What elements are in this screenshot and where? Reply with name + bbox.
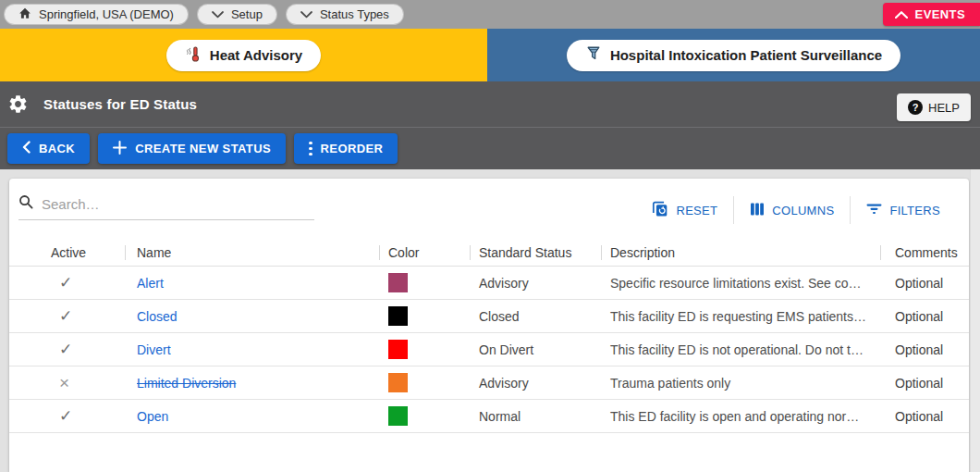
search-field[interactable]	[18, 194, 314, 220]
surveillance-label: Hospital Intoxication Patient Surveillan…	[610, 47, 882, 63]
reset-button-label: RESET	[676, 204, 717, 217]
status-name-link[interactable]: Open	[137, 409, 168, 424]
filters-button[interactable]: FILTERS	[851, 203, 956, 217]
column-header-description[interactable]: Description	[601, 239, 880, 266]
help-button[interactable]: ? HELP	[897, 93, 971, 121]
breadcrumb-region-label: Springfield, USA (DEMO)	[39, 7, 174, 21]
status-name-link[interactable]: Limited Diversion	[137, 376, 236, 391]
breadcrumb-setup-label: Setup	[231, 7, 263, 21]
reorder-button-label: REORDER	[321, 142, 384, 155]
status-name-link[interactable]: Closed	[137, 309, 178, 324]
description-value: This facility ED is requesting EMS patie…	[601, 309, 880, 324]
comments-value: Optional	[880, 342, 969, 357]
breadcrumb-status-types-label: Status Types	[320, 7, 389, 21]
surveillance-button[interactable]: Hospital Intoxication Patient Surveillan…	[567, 40, 900, 71]
column-header-color[interactable]: Color	[379, 239, 470, 266]
heat-advisory-label: Heat Advisory	[210, 47, 302, 63]
alert-banners: Heat Advisory Hospital Intoxication Pati…	[0, 29, 980, 81]
page-title: Statuses for ED Status	[43, 96, 197, 112]
events-button[interactable]: EVENTS	[883, 3, 980, 26]
chevron-down-icon	[300, 7, 312, 21]
search-input[interactable]	[42, 196, 314, 212]
columns-icon	[750, 203, 765, 218]
standard-status-value: Advisory	[470, 376, 601, 391]
description-value: This ED facility is open and operating n…	[601, 409, 880, 424]
help-icon: ?	[908, 100, 923, 115]
comments-value: Optional	[880, 409, 969, 424]
surveillance-banner: Hospital Intoxication Patient Surveillan…	[487, 29, 980, 81]
chevron-up-icon	[895, 7, 908, 21]
description-value: Trauma patients only	[601, 376, 880, 391]
grid-controls-row: RESET COLUMNS FILTERS	[9, 179, 969, 239]
table-row: × Limited Diversion Advisory Trauma pati…	[9, 366, 969, 400]
heat-advisory-button[interactable]: Heat Advisory	[166, 40, 321, 71]
vertical-scrollbar[interactable]	[970, 169, 980, 472]
color-swatch	[388, 373, 408, 392]
columns-button-label: COLUMNS	[772, 204, 834, 217]
events-button-label: EVENTS	[915, 7, 965, 21]
column-header-standard-status[interactable]: Standard Status	[470, 239, 601, 266]
color-swatch	[388, 340, 408, 359]
status-name-link[interactable]: Alert	[137, 276, 164, 291]
action-toolbar: BACK CREATE NEW STATUS REORDER	[0, 127, 980, 169]
color-swatch	[388, 306, 408, 326]
active-indicator: ✓	[9, 273, 125, 292]
plus-icon	[113, 141, 127, 157]
comments-value: Optional	[880, 376, 969, 391]
table-row: ✓ Divert On Divert This facility ED is n…	[9, 333, 969, 366]
reset-icon	[652, 201, 668, 220]
gear-icon	[7, 93, 29, 115]
filters-button-label: FILTERS	[889, 204, 940, 217]
comments-value: Optional	[880, 276, 969, 291]
home-icon	[18, 7, 31, 22]
breadcrumb-region[interactable]: Springfield, USA (DEMO)	[4, 4, 189, 25]
standard-status-value: Closed	[470, 309, 601, 324]
help-button-label: HELP	[928, 101, 960, 115]
inactive-indicator: ×	[9, 374, 125, 391]
top-navigation-bar: Springfield, USA (DEMO) Setup Status Typ…	[0, 0, 980, 29]
section-header: Statuses for ED Status ? HELP	[0, 81, 980, 127]
table-header-row: Active Name Color Standard Status Descri…	[9, 239, 969, 267]
active-indicator: ✓	[9, 406, 125, 426]
filter-icon	[866, 203, 882, 217]
heat-advisory-banner: Heat Advisory	[0, 29, 487, 81]
comments-value: Optional	[880, 309, 969, 324]
chevron-left-icon	[22, 141, 31, 156]
standard-status-value: Normal	[470, 409, 601, 424]
active-indicator: ✓	[9, 306, 125, 326]
column-header-name[interactable]: Name	[125, 239, 379, 266]
standard-status-value: Advisory	[470, 276, 601, 291]
column-header-comments[interactable]: Comments	[880, 239, 969, 266]
reset-button[interactable]: RESET	[636, 201, 733, 220]
create-new-status-label: CREATE NEW STATUS	[135, 142, 271, 155]
table-action-buttons: RESET COLUMNS FILTERS	[636, 194, 956, 226]
funnel-icon	[585, 45, 602, 65]
description-value: This facility ED is not operational. Do …	[601, 342, 880, 357]
thermometer-icon	[185, 45, 202, 66]
back-button-label: BACK	[39, 142, 75, 155]
statuses-card: RESET COLUMNS FILTERS Active Name Color …	[9, 179, 969, 472]
drag-dots-icon	[309, 142, 312, 156]
breadcrumb-status-types[interactable]: Status Types	[286, 4, 404, 25]
status-name-link[interactable]: Divert	[137, 342, 171, 357]
chevron-down-icon	[212, 7, 224, 21]
reorder-button[interactable]: REORDER	[294, 133, 398, 164]
table-row: ✓ Closed Closed This facility ED is requ…	[9, 300, 969, 333]
table-row: ✓ Alert Advisory Specific resource limit…	[9, 267, 969, 300]
breadcrumb-setup[interactable]: Setup	[197, 4, 277, 25]
create-new-status-button[interactable]: CREATE NEW STATUS	[98, 133, 286, 164]
columns-button[interactable]: COLUMNS	[734, 203, 850, 218]
search-icon	[18, 194, 33, 213]
standard-status-value: On Divert	[470, 342, 601, 357]
content-area: RESET COLUMNS FILTERS Active Name Color …	[0, 169, 980, 472]
column-header-active[interactable]: Active	[9, 239, 125, 266]
description-value: Specific resource limitations exist. See…	[601, 276, 880, 291]
color-swatch	[388, 273, 408, 292]
color-swatch	[388, 406, 408, 426]
back-button[interactable]: BACK	[7, 133, 90, 164]
table-row: ✓ Open Normal This ED facility is open a…	[9, 400, 969, 433]
active-indicator: ✓	[9, 340, 125, 359]
